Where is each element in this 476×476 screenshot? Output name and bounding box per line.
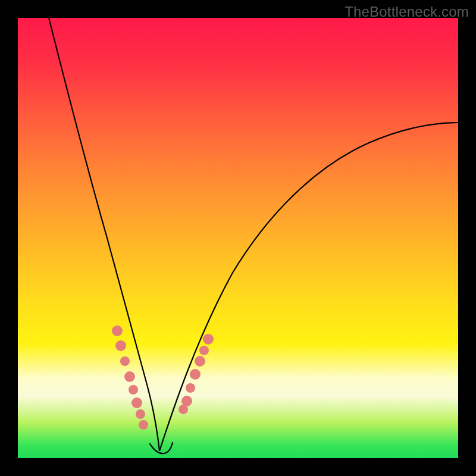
curve-left-branch [49,18,159,451]
curve-right-branch [159,123,458,451]
svg-point-12 [195,356,205,367]
svg-point-4 [129,385,138,394]
chart-stage: TheBottleneck.com [0,0,476,476]
svg-point-13 [199,346,209,355]
svg-point-11 [190,369,201,380]
svg-point-5 [131,397,142,408]
svg-point-0 [112,325,123,336]
svg-point-1 [115,340,126,351]
svg-point-3 [124,371,135,382]
svg-point-14 [203,334,214,345]
watermark-text: TheBottleneck.com [345,4,469,20]
svg-point-9 [181,396,192,406]
svg-point-2 [120,356,130,366]
svg-point-10 [186,383,195,393]
curve-layer [18,18,458,458]
left-branch-markers [112,325,148,430]
right-branch-markers [178,334,214,414]
plot-area [18,18,458,458]
svg-point-6 [136,409,145,419]
svg-point-7 [139,420,148,430]
